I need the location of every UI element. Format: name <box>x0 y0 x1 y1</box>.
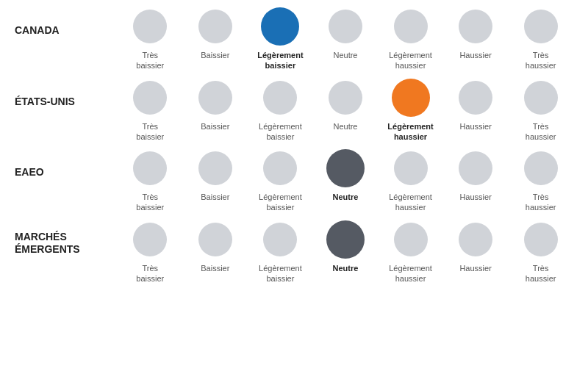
label-col-canada-5: Haussier <box>445 50 507 71</box>
circle-col-etats-unis-0 <box>119 81 182 119</box>
row-group-marches-emergents: MARCHÉSÉMERGENTSTrèsbaissierBaissierLégè… <box>15 220 573 284</box>
col-label-canada-2: Légèrementbaissier <box>257 50 303 71</box>
col-label-eaeo-2: Légèrementbaissier <box>259 192 302 213</box>
circle-col-eaeo-4 <box>379 151 442 190</box>
label-col-canada-4: Légèrementhaussier <box>379 50 442 71</box>
label-col-canada-3: Neutre <box>314 50 376 71</box>
labels-row-marches-emergents: TrèsbaissierBaissierLégèrementbaissierNe… <box>118 263 573 284</box>
labels-row-canada: TrèsbaissierBaissierLégèrementbaissierNe… <box>118 50 573 71</box>
row-labels-canada: TrèsbaissierBaissierLégèrementbaissierNe… <box>15 50 573 71</box>
circle-eaeo-6 <box>524 151 558 185</box>
circle-col-etats-unis-2 <box>249 81 312 119</box>
label-col-marches-emergents-3: Neutre <box>314 263 376 284</box>
label-col-canada-2: Légèrementbaissier <box>249 50 312 71</box>
row-group-eaeo: EAEOTrèsbaissierBaissierLégèrementbaissi… <box>15 149 573 213</box>
circle-eaeo-4 <box>394 151 428 185</box>
col-label-marches-emergents-6: Trèshaussier <box>526 263 556 284</box>
circle-etats-unis-0 <box>133 81 167 115</box>
circle-eaeo-0 <box>133 151 167 185</box>
col-label-eaeo-3: Neutre <box>333 192 359 202</box>
circle-col-canada-2 <box>249 7 312 50</box>
labels-row-etats-unis: TrèsbaissierBaissierLégèrementbaissierNe… <box>118 121 573 143</box>
circle-col-marches-emergents-0 <box>119 223 182 261</box>
row-group-canada: CANADATrèsbaissierBaissierLégèrementbais… <box>15 7 573 71</box>
circle-marches-emergents-1 <box>198 223 232 256</box>
region-label-canada: CANADA <box>15 21 118 37</box>
row-group-etats-unis: ÉTATS-UNISTrèsbaissierBaissierLégèrement… <box>15 79 573 143</box>
row-main-marches-emergents: MARCHÉSÉMERGENTS <box>15 220 573 263</box>
circle-canada-4 <box>394 10 428 43</box>
circle-col-eaeo-5 <box>445 151 507 190</box>
label-col-eaeo-6: Trèshaussier <box>509 192 572 213</box>
circle-col-canada-1 <box>184 10 246 48</box>
row-labels-marches-emergents: TrèsbaissierBaissierLégèrementbaissierNe… <box>15 263 573 284</box>
circle-etats-unis-5 <box>459 81 492 115</box>
circle-etats-unis-4 <box>392 79 430 117</box>
label-col-marches-emergents-4: Légèrementhaussier <box>379 263 442 284</box>
circle-col-eaeo-2 <box>249 151 312 190</box>
circle-col-marches-emergents-2 <box>249 223 312 261</box>
label-col-canada-1: Baissier <box>184 50 246 71</box>
circles-row-etats-unis <box>118 79 573 121</box>
circles-row-canada <box>118 7 573 50</box>
label-col-etats-unis-5: Haussier <box>445 121 507 143</box>
circle-col-canada-3 <box>314 10 376 48</box>
label-col-marches-emergents-2: Légèrementbaissier <box>249 263 312 284</box>
row-labels-etats-unis: TrèsbaissierBaissierLégèrementbaissierNe… <box>15 121 573 143</box>
col-label-canada-3: Neutre <box>333 50 357 60</box>
circle-canada-5 <box>459 10 492 43</box>
col-label-marches-emergents-2: Légèrementbaissier <box>259 263 302 284</box>
col-label-eaeo-1: Baissier <box>201 192 229 202</box>
circle-etats-unis-1 <box>198 81 232 115</box>
col-label-etats-unis-4: Légèrementhaussier <box>387 121 433 143</box>
circle-col-eaeo-3 <box>314 149 376 192</box>
label-col-marches-emergents-0: Trèsbaissier <box>119 263 182 284</box>
circle-marches-emergents-4 <box>394 223 428 256</box>
circle-col-eaeo-1 <box>184 151 246 190</box>
label-col-canada-0: Trèsbaissier <box>119 50 182 71</box>
region-label-eaeo: EAEO <box>15 162 118 179</box>
col-label-canada-0: Trèsbaissier <box>136 50 164 71</box>
circle-canada-3 <box>329 10 362 43</box>
col-label-marches-emergents-0: Trèsbaissier <box>136 263 164 284</box>
col-label-canada-4: Légèrementhaussier <box>389 50 432 71</box>
region-label-etats-unis: ÉTATS-UNIS <box>15 92 118 108</box>
circle-col-marches-emergents-1 <box>184 223 246 261</box>
region-label-marches-emergents: MARCHÉSÉMERGENTS <box>15 227 118 256</box>
circle-col-etats-unis-3 <box>314 81 376 119</box>
label-col-etats-unis-4: Légèrementhaussier <box>379 121 442 143</box>
circle-canada-1 <box>198 10 232 43</box>
label-col-canada-6: Trèshaussier <box>509 50 572 71</box>
circle-etats-unis-3 <box>329 81 362 115</box>
circle-marches-emergents-5 <box>459 223 492 256</box>
circle-col-marches-emergents-6 <box>509 223 572 261</box>
circle-col-canada-0 <box>119 10 182 48</box>
label-col-eaeo-1: Baissier <box>184 192 246 213</box>
label-col-eaeo-2: Légèrementbaissier <box>249 192 312 213</box>
col-label-etats-unis-6: Trèshaussier <box>526 121 556 143</box>
main-grid: CANADATrèsbaissierBaissierLégèrementbais… <box>15 7 573 291</box>
circle-eaeo-1 <box>198 151 232 185</box>
circle-canada-6 <box>524 10 558 43</box>
label-col-etats-unis-6: Trèshaussier <box>509 121 572 143</box>
label-col-marches-emergents-5: Haussier <box>445 263 507 284</box>
circles-row-eaeo <box>118 149 573 192</box>
col-label-etats-unis-2: Légèrementbaissier <box>259 121 302 143</box>
col-label-marches-emergents-5: Haussier <box>459 263 491 273</box>
col-label-etats-unis-1: Baissier <box>201 121 229 132</box>
circle-canada-0 <box>133 10 167 43</box>
circles-row-marches-emergents <box>118 220 573 263</box>
circle-col-etats-unis-1 <box>184 81 246 119</box>
circle-etats-unis-2 <box>263 81 297 115</box>
col-label-marches-emergents-1: Baissier <box>201 263 229 273</box>
circle-marches-emergents-0 <box>133 223 167 256</box>
label-col-eaeo-5: Haussier <box>445 192 507 213</box>
circle-col-marches-emergents-5 <box>445 223 507 261</box>
circle-col-canada-5 <box>445 10 507 48</box>
circle-col-marches-emergents-3 <box>314 220 376 263</box>
label-col-etats-unis-0: Trèsbaissier <box>119 121 182 143</box>
col-label-etats-unis-0: Trèsbaissier <box>136 121 164 143</box>
col-label-eaeo-5: Haussier <box>459 192 491 202</box>
col-label-eaeo-6: Trèshaussier <box>526 192 556 213</box>
col-label-marches-emergents-3: Neutre <box>333 263 359 273</box>
